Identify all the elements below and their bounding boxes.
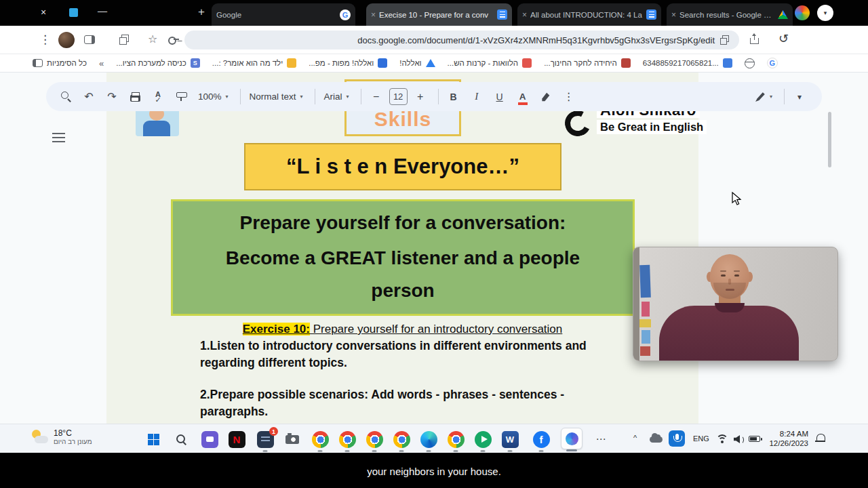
font-size-increase-button[interactable]: + (410, 87, 431, 107)
taskbar-search-button[interactable] (172, 430, 191, 449)
windows-logo-icon (148, 434, 159, 445)
bookmark-item[interactable]: הלוואות - קרנות הש... (448, 58, 532, 68)
new-tab-button[interactable]: + (198, 5, 205, 19)
bookmark-item[interactable]: ואללה! מפות - מפ... (309, 58, 387, 68)
bookmark-star-icon[interactable]: ☆ (148, 33, 157, 45)
text-color-button[interactable]: A (513, 87, 533, 107)
bookmarks-bar: כל הסימניות « כניסה למערכת הציו... S ילד… (0, 54, 868, 73)
docs-search-icon[interactable] (56, 87, 76, 107)
reload-icon[interactable]: ↺ (778, 31, 789, 46)
netflix-icon: N (229, 431, 245, 448)
app-chrome-3[interactable] (365, 430, 384, 449)
tab-introduction[interactable]: × All about INTRODUCTION: 4 La (517, 3, 661, 26)
tab-drive-search[interactable]: × Search results - Google Drive (667, 3, 793, 26)
bookmarks-overflow-chevron[interactable]: « (99, 58, 104, 68)
italic-button[interactable]: I (467, 87, 487, 107)
tab-close-icon[interactable]: × (371, 10, 376, 20)
tab-search-chevron-icon[interactable]: ▾ (817, 5, 833, 21)
profile-photo-avatar[interactable] (58, 32, 75, 48)
app-chrome-1[interactable] (311, 430, 330, 449)
browser-menu-icon[interactable]: ⋮ (39, 33, 51, 47)
app-mail-badged[interactable]: 1 (256, 430, 275, 449)
scrollbar-thumb[interactable] (828, 112, 831, 167)
editing-mode-select[interactable]: ▾ (751, 92, 776, 102)
app-chrome-2[interactable] (338, 430, 357, 449)
paint-format-icon[interactable] (171, 87, 191, 107)
print-icon[interactable] (125, 87, 145, 107)
window-close-button[interactable]: × (41, 7, 46, 18)
tab-google[interactable]: Google G (212, 3, 355, 26)
purple-app-icon (201, 431, 218, 448)
password-key-icon[interactable] (168, 37, 180, 43)
profile-avatar-icon[interactable] (795, 5, 810, 20)
app-word[interactable]: W (500, 430, 519, 449)
bookmark-item[interactable]: G (767, 58, 778, 68)
brand-tagline: Be Great in English (597, 120, 707, 134)
app-recorder-active[interactable] (561, 428, 583, 449)
language-indicator[interactable]: ENG (693, 434, 709, 443)
clock-widget[interactable]: 8:24 AM 12/26/2023 (764, 430, 808, 448)
word-icon: W (502, 431, 519, 448)
app-camtasia[interactable] (473, 430, 492, 449)
bookmark-item[interactable]: 6348859217065821... (643, 58, 732, 68)
green-title-box[interactable]: Prepare yourself for a conversation: Bec… (171, 199, 635, 316)
app-chrome-5[interactable] (446, 430, 465, 449)
tab-close-icon[interactable]: × (522, 10, 527, 20)
toolbar-more-icon[interactable]: ⋮ (559, 87, 579, 107)
start-button[interactable] (144, 430, 163, 449)
tray-show-hidden-icons[interactable]: ^ (633, 434, 637, 442)
font-select[interactable]: Arial▾ (320, 92, 353, 102)
tab-group-icon[interactable] (119, 35, 128, 43)
document-outline-icon[interactable] (52, 133, 65, 142)
app-purple-chat[interactable] (200, 430, 219, 449)
window-maximize-button[interactable] (69, 8, 78, 17)
edge-icon (420, 431, 437, 448)
tab-title: All about INTRODUCTION: 4 La (530, 11, 643, 19)
app-facebook[interactable]: f (532, 430, 551, 449)
url-address-field[interactable]: docs.google.com/document/d/1-xVzGXr4zXMN… (184, 30, 739, 49)
facebook-icon: f (533, 431, 550, 448)
volume-icon[interactable] (734, 435, 745, 443)
window-minimize-button[interactable]: — (98, 5, 107, 16)
side-panel-icon[interactable] (84, 35, 95, 44)
bookmark-item[interactable]: כניסה למערכת הציו... S (116, 58, 200, 68)
paragraph-1[interactable]: 1.Listen to introductory conversations i… (200, 338, 619, 371)
bold-button[interactable]: B (443, 87, 464, 107)
app-chrome-4[interactable] (392, 430, 411, 449)
app-netflix[interactable]: N (227, 430, 246, 449)
undo-icon[interactable]: ↶ (79, 87, 99, 107)
font-size-decrease-button[interactable]: − (366, 87, 387, 107)
bookmark-item[interactable]: ילד מה הוא אומר? :... (212, 58, 296, 68)
paragraph-2[interactable]: 2.Prepare possible scenarios: Add words … (200, 386, 619, 420)
share-icon[interactable] (750, 35, 759, 44)
green-box-line1: Prepare yourself for a conversation: (173, 212, 633, 234)
font-size-field[interactable]: 12 (389, 88, 408, 105)
collapse-toolbar-chevron[interactable]: ▾ (789, 87, 810, 107)
microphone-active-icon[interactable] (669, 430, 685, 447)
app-edge[interactable] (419, 430, 438, 449)
listen-banner-box[interactable]: “L i s t e n Everyone…” (244, 143, 561, 190)
bookmark-item[interactable]: היחידה לחקר החינוך... (544, 58, 631, 68)
highlight-color-icon[interactable] (536, 87, 556, 107)
battery-icon[interactable] (749, 436, 760, 442)
bookmark-item[interactable]: ואללה! (399, 59, 435, 67)
bookmark-item[interactable] (745, 58, 755, 68)
site-permissions-icon[interactable] (720, 35, 729, 44)
video-caption: your neighbors in your house. (0, 466, 868, 477)
wifi-icon[interactable] (716, 434, 728, 443)
spellcheck-icon[interactable]: A✓ (148, 87, 168, 107)
tab-exercise-10-active[interactable]: × Execise 10 - Prepare for a conv (366, 3, 512, 26)
paragraph-style-select[interactable]: Normal text▾ (245, 92, 307, 102)
google-favicon: G (767, 58, 778, 68)
underline-button[interactable]: U (490, 87, 510, 107)
notifications-bell-icon[interactable] (815, 434, 825, 444)
all-bookmarks-button[interactable]: כל הסימניות (33, 59, 87, 67)
weather-widget[interactable]: 18°C מעונן רב היום (31, 428, 92, 445)
notification-badge: 1 (269, 427, 278, 436)
exercise-heading[interactable]: Exercise 10: Prepare yourself for an int… (106, 323, 698, 336)
tab-close-icon[interactable]: × (671, 10, 676, 20)
zoom-select[interactable]: 100%▾ (194, 92, 233, 102)
taskbar-overflow-button[interactable]: ⋯ (591, 430, 610, 449)
app-camera[interactable] (283, 430, 302, 449)
onedrive-cloud-icon[interactable] (650, 436, 663, 443)
